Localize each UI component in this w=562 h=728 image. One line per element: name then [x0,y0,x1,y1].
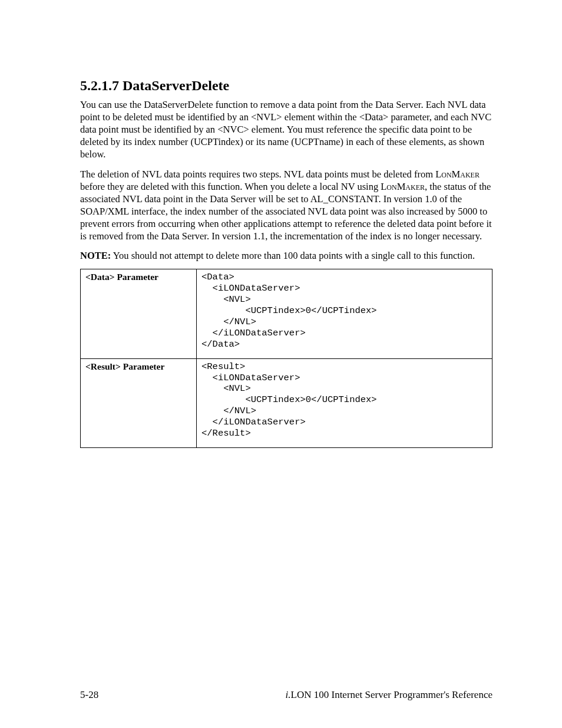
book-title: i.LON 100 Internet Server Programmer's R… [286,689,492,701]
product-name: LonMaker [435,169,480,180]
note-paragraph: NOTE: You should not attempt to delete m… [80,249,492,262]
product-name: LonMaker [381,181,425,192]
paragraph-1: You can use the DataServerDelete functio… [80,98,492,161]
data-parameter-label: <Data> Parameter [81,269,197,358]
page-footer: 5-28 i.LON 100 Internet Server Programme… [80,689,492,701]
paragraph-2: The deletion of NVL data points requires… [80,168,492,243]
note-text: You should not attempt to delete more th… [111,250,475,261]
document-page: 5.2.1.7 DataServerDelete You can use the… [0,0,562,728]
result-parameter-code: <Result> <iLONDataServer> <NVL> <UCPTind… [197,358,492,447]
table-row: <Result> Parameter <Result> <iLONDataSer… [81,358,492,447]
para2-part-b: before they are deleted with this functi… [80,181,381,192]
table-row: <Data> Parameter <Data> <iLONDataServer>… [81,269,492,358]
para2-part-a: The deletion of NVL data points requires… [80,169,435,180]
section-heading: 5.2.1.7 DataServerDelete [80,78,492,94]
parameter-table: <Data> Parameter <Data> <iLONDataServer>… [80,269,492,448]
note-label: NOTE: [80,250,111,261]
result-parameter-label: <Result> Parameter [81,358,197,447]
book-title-prefix: i. [286,689,291,700]
page-number: 5-28 [80,689,98,701]
data-parameter-code: <Data> <iLONDataServer> <NVL> <UCPTindex… [197,269,492,358]
code-block: <Data> <iLONDataServer> <NVL> <UCPTindex… [201,272,487,350]
code-block: <Result> <iLONDataServer> <NVL> <UCPTind… [201,361,487,439]
book-title-text: LON 100 Internet Server Programmer's Ref… [291,689,492,700]
